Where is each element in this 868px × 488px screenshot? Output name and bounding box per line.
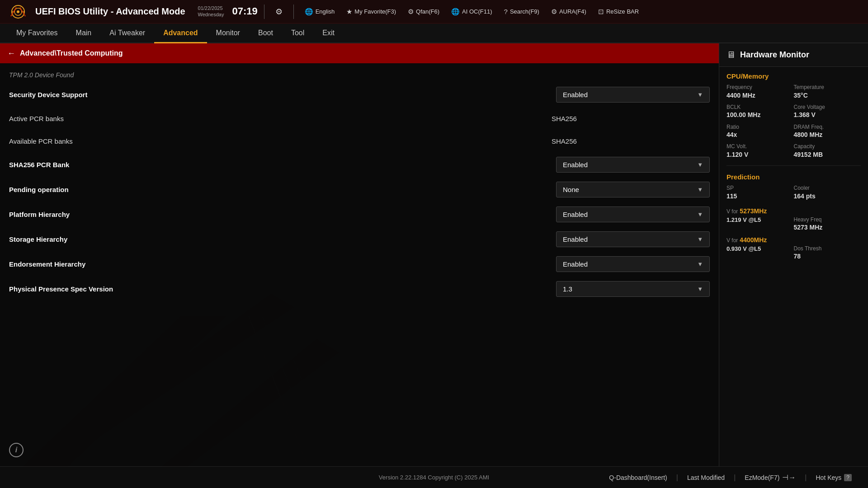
hw-dos-thresh-value: 78 — [794, 252, 861, 260]
hw-temperature-value: 35°C — [794, 91, 861, 99]
tab-ai-tweaker[interactable]: Ai Tweaker — [100, 23, 154, 43]
hw-ratio-value: 44x — [726, 131, 794, 139]
hw-dos-thresh-label: Dos Thresh — [794, 245, 861, 253]
tab-boot[interactable]: Boot — [249, 23, 282, 43]
setting-label-active-pcr-banks: Active PCR banks — [9, 115, 552, 122]
tab-main[interactable]: Main — [67, 23, 101, 43]
toolbar-btn-ai-oc[interactable]: 🌐 AI OC(F11) — [447, 6, 496, 18]
hw-prediction-detail-2: V for 4400MHz 0.930 V @L5 Dos Thresh 78 — [719, 234, 868, 263]
ez-mode-button[interactable]: EzMode(F7) ⊣→ — [737, 473, 803, 482]
hw-title-bar: 🖥 Hardware Monitor — [719, 43, 868, 67]
app-title: UEFI BIOS Utility - Advanced Mode — [35, 6, 185, 17]
content-area: ← Advanced\Trusted Computing TPM 2.0 Dev… — [0, 43, 868, 466]
chevron-down-icon: ▼ — [697, 91, 703, 98]
dropdown-security-device-support[interactable]: Enabled ▼ — [556, 87, 710, 103]
info-area: i — [0, 434, 719, 466]
hot-keys-button[interactable]: Hot Keys ? — [809, 474, 859, 481]
toolbar-btn-english[interactable]: 🌐 English — [300, 6, 340, 18]
breadcrumb: Advanced\Trusted Computing — [20, 49, 123, 57]
hw-cooler-cell: Cooler 164 pts — [794, 183, 861, 202]
q-dashboard-button[interactable]: Q-Dashboard(Insert) — [602, 474, 674, 481]
setting-label-platform-hierarchy: Platform Hierarchy — [9, 211, 556, 218]
tab-exit[interactable]: Exit — [313, 23, 344, 43]
hw-frequency-value: 4400 MHz — [726, 91, 794, 99]
chevron-down-icon: ▼ — [697, 286, 703, 292]
tab-my-favorites[interactable]: My Favorites — [7, 23, 67, 43]
dropdown-platform-hierarchy[interactable]: Enabled ▼ — [556, 206, 710, 222]
setting-row-storage-hierarchy: Storage Hierarchy Enabled ▼ — [0, 227, 719, 252]
hw-cooler-value: 164 pts — [794, 192, 861, 200]
hw-5273-freq: 5273MHz — [740, 207, 767, 215]
setting-label-storage-hierarchy: Storage Hierarchy — [9, 235, 556, 243]
aura-icon: ⚙ — [551, 8, 557, 16]
dropdown-physical-presence-spec[interactable]: 1.3 ▼ — [556, 281, 710, 297]
hardware-monitor-panel: 🖥 Hardware Monitor CPU/Memory Frequency … — [719, 43, 868, 466]
setting-label-pending-operation: Pending operation — [9, 186, 556, 193]
toolbar-btn-my-favorite[interactable]: ★ My Favorite(F3) — [342, 6, 401, 18]
dropdown-sha256-pcr-bank[interactable]: Enabled ▼ — [556, 157, 710, 173]
hw-sp-cell: SP 115 — [726, 183, 794, 202]
chevron-down-icon: ▼ — [697, 236, 703, 243]
toolbar-separator — [264, 5, 264, 19]
hw-prediction-title: Prediction — [719, 168, 868, 183]
back-button[interactable]: ← — [7, 49, 15, 58]
status-sep-1: | — [675, 474, 680, 482]
toolbar-btn-search[interactable]: ? Search(F9) — [500, 6, 544, 17]
setting-row-pending-operation: Pending operation None ▼ — [0, 177, 719, 202]
toolbar-btn-aura[interactable]: ⚙ AURA(F4) — [547, 6, 591, 18]
hw-temperature-cell: Temperature 35°C — [794, 83, 861, 101]
hw-mc-volt-value: 1.120 V — [726, 150, 794, 159]
setting-row-platform-hierarchy: Platform Hierarchy Enabled ▼ — [0, 202, 719, 227]
hw-dram-freq-value: 4800 MHz — [794, 131, 861, 139]
dropdown-pending-operation[interactable]: None ▼ — [556, 182, 710, 197]
chevron-down-icon: ▼ — [697, 161, 703, 168]
hw-bclk-value: 100.00 MHz — [726, 111, 794, 119]
hw-prediction-grid: SP 115 Cooler 164 pts — [719, 183, 868, 205]
setting-label-sha256-pcr-bank: SHA256 PCR Bank — [9, 161, 556, 169]
hw-capacity-label: Capacity — [794, 143, 861, 150]
settings-gear-icon[interactable]: ⚙ — [271, 5, 287, 19]
info-icon: i — [9, 443, 24, 457]
hw-v-for-4400-label: V for — [726, 237, 738, 244]
setting-row-security-device-support: Security Device Support Enabled ▼ — [0, 82, 719, 107]
setting-row-available-pcr-banks: Available PCR banks SHA256 — [0, 130, 719, 152]
toolbar-btn-qfan[interactable]: ⚙ Qfan(F6) — [403, 6, 444, 18]
dropdown-endorsement-hierarchy[interactable]: Enabled ▼ — [556, 256, 710, 272]
nav-tabs: My Favorites Main Ai Tweaker Advanced Mo… — [0, 23, 868, 43]
setting-label-physical-presence-spec: Physical Presence Spec Version — [9, 285, 556, 293]
hw-temperature-label: Temperature — [794, 84, 861, 91]
hw-core-voltage-cell: Core Voltage 1.368 V — [794, 103, 861, 121]
toolbar-btn-resize-bar[interactable]: ⊡ ReSize BAR — [594, 6, 643, 18]
hw-cpu-memory-grid: Frequency 4400 MHz Temperature 35°C BCLK… — [719, 83, 868, 164]
toolbar-separator-2 — [293, 5, 294, 19]
hw-ratio-label: Ratio — [726, 124, 794, 131]
hotkeys-icon: ? — [844, 474, 852, 481]
search-icon: ? — [504, 8, 508, 15]
resize-icon: ⊡ — [598, 8, 604, 16]
setting-value-available-pcr-banks: SHA256 — [552, 137, 710, 145]
hw-heavy-freq-value: 5273 MHz — [794, 223, 861, 231]
hw-frequency-cell: Frequency 4400 MHz — [726, 83, 794, 101]
tab-monitor[interactable]: Monitor — [207, 23, 249, 43]
chevron-down-icon: ▼ — [697, 211, 703, 218]
hw-cpu-memory-title: CPU/Memory — [719, 67, 868, 83]
datetime-display: 01/22/2025 Wednesday — [198, 5, 224, 17]
hw-sp-value: 115 — [726, 192, 794, 200]
status-sep-2: | — [732, 474, 737, 482]
hw-v-for-4400-value: 0.930 V @L5 — [726, 245, 794, 261]
toolbar-items: 🌐 English ★ My Favorite(F3) ⚙ Qfan(F6) 🌐… — [300, 6, 861, 18]
breadcrumb-bar: ← Advanced\Trusted Computing — [0, 43, 719, 63]
date-text: 01/22/2025 Wednesday — [198, 5, 224, 17]
monitor-icon: 🖥 — [726, 50, 736, 60]
hw-bclk-cell: BCLK 100.00 MHz — [726, 103, 794, 121]
tab-tool[interactable]: Tool — [282, 23, 313, 43]
setting-label-security-device-support: Security Device Support — [9, 91, 556, 99]
hw-dram-freq-cell: DRAM Freq. 4800 MHz — [794, 122, 861, 141]
last-modified-button[interactable]: Last Modified — [680, 474, 732, 481]
tab-advanced[interactable]: Advanced — [154, 23, 207, 43]
settings-list: TPM 2.0 Device Found Security Device Sup… — [0, 63, 719, 434]
hw-core-voltage-value: 1.368 V — [794, 111, 861, 119]
hw-core-voltage-label: Core Voltage — [794, 104, 861, 111]
hw-mc-volt-label: MC Volt. — [726, 143, 794, 150]
dropdown-storage-hierarchy[interactable]: Enabled ▼ — [556, 231, 710, 247]
